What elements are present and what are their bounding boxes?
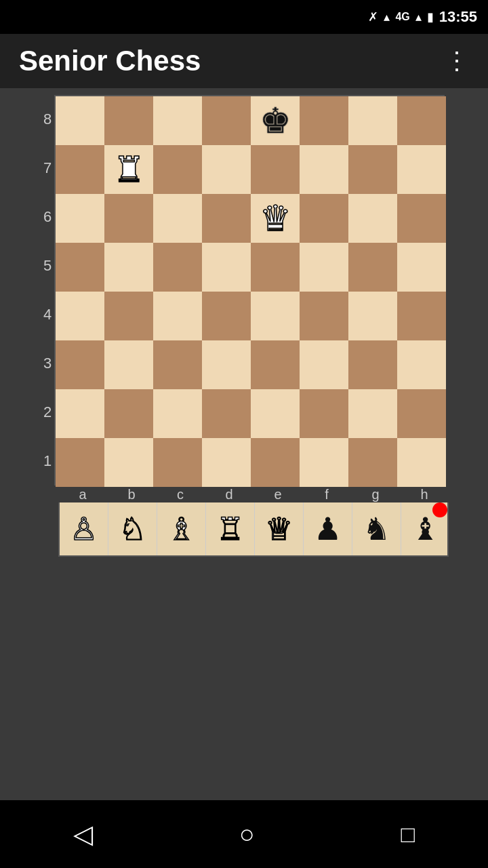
captured-piece-1: ♘	[108, 502, 157, 556]
home-button[interactable]: ○	[239, 820, 255, 849]
piece-white-♜: ♜	[113, 152, 145, 187]
row-label-6: 6	[43, 193, 52, 241]
cell-0-5[interactable]	[300, 96, 348, 145]
col-label-f: f	[302, 487, 351, 502]
cell-6-2[interactable]	[153, 389, 202, 438]
cell-4-1[interactable]	[104, 292, 153, 340]
row-label-7: 7	[43, 144, 52, 193]
cell-7-4[interactable]	[251, 438, 300, 487]
cell-5-2[interactable]	[153, 340, 202, 389]
cell-5-1[interactable]	[104, 340, 153, 389]
cell-3-5[interactable]	[300, 243, 348, 292]
chess-board[interactable]: ♚♜♛	[54, 95, 445, 486]
app-bar: Senior Chess ⋮	[0, 34, 488, 88]
cell-6-0[interactable]	[56, 389, 104, 438]
cell-4-3[interactable]	[202, 292, 251, 340]
cell-0-1[interactable]	[104, 96, 153, 145]
status-bar: ✗ ▴ 4G ▴ ▮ 13:55	[0, 0, 488, 34]
board-container: 8 7 6 5 4 3 2 1 ♚♜♛	[43, 95, 445, 486]
cell-2-6[interactable]	[348, 194, 397, 243]
cell-1-3[interactable]	[202, 145, 251, 194]
cell-3-1[interactable]	[104, 243, 153, 292]
cell-1-4[interactable]	[251, 145, 300, 194]
cell-1-2[interactable]	[153, 145, 202, 194]
cell-3-4[interactable]	[251, 243, 300, 292]
cell-4-5[interactable]	[300, 292, 348, 340]
cell-5-4[interactable]	[251, 340, 300, 389]
cell-5-7[interactable]	[397, 340, 446, 389]
cell-7-6[interactable]	[348, 438, 397, 487]
col-label-e: e	[253, 487, 302, 502]
cell-5-0[interactable]	[56, 340, 104, 389]
cell-6-6[interactable]	[348, 389, 397, 438]
captured-piece-4: ♕	[255, 502, 304, 556]
cell-7-7[interactable]	[397, 438, 446, 487]
cell-6-7[interactable]	[397, 389, 446, 438]
cell-1-1[interactable]: ♜	[104, 145, 153, 194]
col-label-a: a	[58, 487, 107, 502]
cell-7-5[interactable]	[300, 438, 348, 487]
cell-3-6[interactable]	[348, 243, 397, 292]
status-icons: ✗ ▴ 4G ▴ ▮ 13:55	[368, 8, 477, 26]
captured-piece-5: ♟	[304, 502, 352, 556]
row-label-3: 3	[43, 339, 52, 388]
cell-7-0[interactable]	[56, 438, 104, 487]
cell-6-1[interactable]	[104, 389, 153, 438]
cell-2-0[interactable]	[56, 194, 104, 243]
back-button[interactable]: ◁	[73, 819, 93, 849]
cell-6-5[interactable]	[300, 389, 348, 438]
cell-3-3[interactable]	[202, 243, 251, 292]
cell-4-4[interactable]	[251, 292, 300, 340]
cell-6-3[interactable]	[202, 389, 251, 438]
captured-pieces-bar: ♙♘♗♖♕♟♞♝♜♛	[58, 502, 449, 557]
more-options-icon[interactable]: ⋮	[445, 47, 469, 75]
cell-1-5[interactable]	[300, 145, 348, 194]
cell-4-0[interactable]	[56, 292, 104, 340]
cell-1-0[interactable]	[56, 145, 104, 194]
cell-5-3[interactable]	[202, 340, 251, 389]
cell-4-6[interactable]	[348, 292, 397, 340]
app-title: Senior Chess	[19, 45, 201, 77]
cell-5-6[interactable]	[348, 340, 397, 389]
cell-2-1[interactable]	[104, 194, 153, 243]
captured-piece-2: ♗	[157, 502, 206, 556]
bottom-nav: ◁ ○ □	[0, 800, 488, 868]
cell-0-2[interactable]	[153, 96, 202, 145]
cell-3-7[interactable]	[397, 243, 446, 292]
cell-5-5[interactable]	[300, 340, 348, 389]
cell-6-4[interactable]	[251, 389, 300, 438]
col-label-h: h	[400, 487, 449, 502]
recents-button[interactable]: □	[401, 821, 415, 848]
cell-0-3[interactable]	[202, 96, 251, 145]
bluetooth-icon: ✗	[368, 9, 378, 24]
cell-1-6[interactable]	[348, 145, 397, 194]
cell-1-7[interactable]	[397, 145, 446, 194]
cell-2-4[interactable]: ♛	[251, 194, 300, 243]
cell-0-6[interactable]	[348, 96, 397, 145]
cell-0-4[interactable]: ♚	[251, 96, 300, 145]
cell-2-7[interactable]	[397, 194, 446, 243]
col-label-b: b	[107, 487, 156, 502]
cell-7-2[interactable]	[153, 438, 202, 487]
row-label-1: 1	[43, 437, 52, 486]
cell-3-0[interactable]	[56, 243, 104, 292]
cell-2-2[interactable]	[153, 194, 202, 243]
cell-7-3[interactable]	[202, 438, 251, 487]
captured-piece-0: ♙	[60, 502, 108, 556]
wifi-icon: ▴	[384, 9, 390, 24]
cell-7-1[interactable]	[104, 438, 153, 487]
captured-piece-6: ♞	[352, 502, 401, 556]
piece-black-♚: ♚	[260, 103, 291, 138]
cell-4-7[interactable]	[397, 292, 446, 340]
cell-4-2[interactable]	[153, 292, 202, 340]
main-content: 8 7 6 5 4 3 2 1 ♚♜♛ a b c d e f g h ♙♘♗♖…	[0, 88, 488, 800]
cell-3-2[interactable]	[153, 243, 202, 292]
battery-icon: ▮	[427, 9, 434, 24]
row-label-8: 8	[43, 95, 52, 144]
cell-2-5[interactable]	[300, 194, 348, 243]
cell-2-3[interactable]	[202, 194, 251, 243]
row-label-4: 4	[43, 290, 52, 339]
cell-0-0[interactable]	[56, 96, 104, 145]
cell-0-7[interactable]	[397, 96, 446, 145]
col-labels: a b c d e f g h	[58, 487, 449, 502]
